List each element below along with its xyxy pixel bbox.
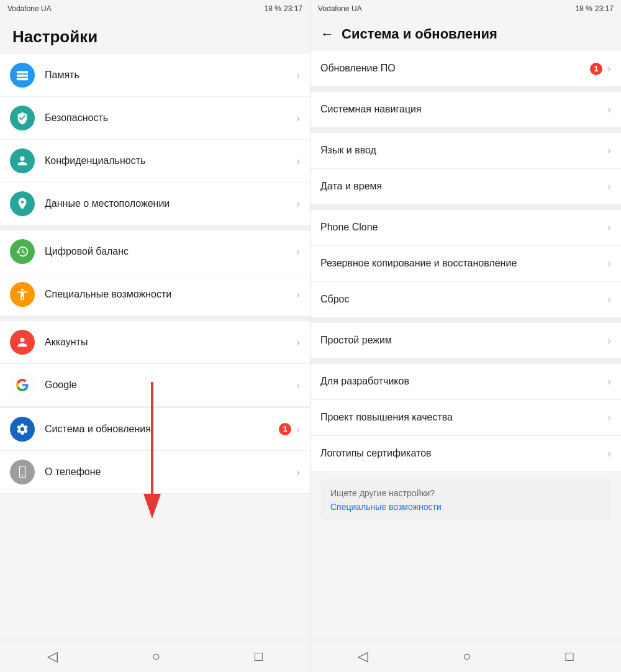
search-hint-link[interactable]: Специальные возможности [330, 502, 601, 512]
right-item-lang[interactable]: Язык и ввод › [310, 133, 621, 169]
divider-r3 [310, 205, 621, 210]
status-bar-right: Vodafone UA 18 % 23:17 [310, 0, 621, 17]
time-right: 23:17 [595, 4, 614, 13]
right-item-nav[interactable]: Системная навигация › [310, 92, 621, 128]
nav-home-right[interactable]: ○ [450, 643, 483, 670]
right-item-simple[interactable]: Простой режим › [310, 323, 621, 359]
simple-chevron: › [607, 334, 611, 347]
certs-chevron: › [607, 447, 611, 460]
settings-item-system[interactable]: Система и обновления 1 › [0, 407, 310, 451]
settings-item-accounts[interactable]: Аккаунты › [0, 321, 310, 364]
right-item-phoneclone[interactable]: Phone Clone › [310, 210, 621, 246]
accessibility-label: Специальные возможности [45, 289, 296, 300]
accounts-icon [10, 330, 35, 355]
system-chevron: › [296, 423, 300, 436]
settings-item-location[interactable]: Данные о местоположении › [0, 183, 310, 225]
settings-list-left: Память › Безопасность › Конфиденциальнос… [0, 54, 310, 640]
system-badge: 1 [279, 423, 291, 435]
developer-chevron: › [607, 375, 611, 388]
battery-right: 18 % [576, 4, 592, 13]
nav-bar-right: ◁ ○ □ [310, 640, 621, 672]
right-item-reset[interactable]: Сброс › [310, 282, 621, 318]
nav-recent-left[interactable]: □ [242, 643, 275, 670]
reset-label: Сброс [320, 293, 607, 306]
backup-label: Резервное копирование и восстановление [320, 257, 607, 270]
svg-rect-0 [17, 71, 28, 74]
about-icon [10, 460, 35, 484]
nav-back-right[interactable]: ◁ [345, 643, 381, 670]
back-button-right[interactable]: ← [320, 26, 334, 42]
about-chevron: › [296, 466, 300, 479]
accounts-label: Аккаунты [45, 337, 296, 348]
divider-2 [0, 316, 310, 321]
memory-icon [10, 63, 35, 88]
google-chevron: › [296, 379, 300, 392]
svg-rect-1 [17, 75, 28, 77]
status-bar-left: Vodafone UA 18 % 23:17 [0, 0, 310, 17]
digital-label: Цифровой баланс [45, 246, 296, 257]
phoneclone-chevron: › [607, 221, 611, 234]
right-panel: Vodafone UA 18 % 23:17 ← Система и обнов… [310, 0, 621, 672]
security-icon [10, 106, 35, 130]
divider-1 [0, 225, 310, 230]
divider-r4 [310, 318, 621, 323]
settings-item-accessibility[interactable]: Специальные возможности › [0, 273, 310, 316]
right-item-datetime[interactable]: Дата и время › [310, 169, 621, 205]
memory-chevron: › [296, 69, 300, 82]
about-label: О телефоне [45, 466, 296, 478]
nav-chevron: › [607, 103, 611, 116]
digital-icon [10, 239, 35, 264]
settings-item-memory[interactable]: Память › [0, 54, 310, 97]
carrier-right: Vodafone UA [318, 4, 362, 13]
update-chevron: › [607, 62, 611, 75]
page-title-left: Настройки [0, 17, 310, 54]
status-right-right: 18 % 23:17 [576, 4, 614, 13]
nav-back-left[interactable]: ◁ [35, 643, 70, 670]
quality-chevron: › [607, 411, 611, 424]
location-chevron: › [296, 198, 300, 211]
google-label: Google [45, 379, 296, 391]
carrier-left: Vodafone UA [7, 4, 52, 13]
right-item-developer[interactable]: Для разработчиков › [310, 364, 621, 400]
right-item-backup[interactable]: Резервное копирование и восстановление › [310, 246, 621, 282]
privacy-label: Конфиденциальность [45, 155, 296, 166]
lang-chevron: › [607, 144, 611, 157]
right-item-certs[interactable]: Логотипы сертификатов › [310, 436, 621, 472]
simple-label: Простой режим [320, 334, 607, 347]
privacy-icon [10, 148, 35, 173]
accounts-chevron: › [296, 336, 300, 349]
right-item-update[interactable]: Обновление ПО 1 › [310, 51, 621, 87]
backup-chevron: › [607, 257, 611, 270]
phoneclone-label: Phone Clone [320, 221, 607, 234]
battery-left: 18 % [265, 4, 281, 13]
status-right-left: 18 % 23:17 [265, 4, 302, 13]
security-label: Безопасность [45, 112, 296, 124]
nav-home-left[interactable]: ○ [140, 643, 173, 670]
page-title-right: Система и обновления [342, 26, 497, 42]
settings-item-privacy[interactable]: Конфиденциальность › [0, 140, 310, 183]
settings-item-google[interactable]: Google › [0, 364, 310, 407]
right-settings-list: Обновление ПО 1 › Системная навигация › … [310, 51, 621, 640]
nav-recent-right[interactable]: □ [553, 643, 586, 670]
settings-item-about[interactable]: О телефоне › [0, 451, 310, 494]
right-item-quality[interactable]: Проект повышения качества › [310, 400, 621, 436]
left-panel: Vodafone UA 18 % 23:17 Настройки Память … [0, 0, 310, 672]
accessibility-icon [10, 282, 35, 307]
system-icon [10, 417, 35, 442]
settings-item-security[interactable]: Безопасность › [0, 97, 310, 140]
developer-label: Для разработчиков [320, 375, 607, 388]
google-icon [10, 373, 35, 397]
search-hint-box: Ищете другие настройки? Специальные возм… [320, 479, 611, 520]
quality-label: Проект повышения качества [320, 411, 607, 424]
divider-r1 [310, 87, 621, 92]
nav-bar-left: ◁ ○ □ [0, 640, 310, 672]
location-label: Данные о местоположении [45, 198, 296, 209]
datetime-label: Дата и время [320, 180, 607, 193]
settings-item-digital[interactable]: Цифровой баланс › [0, 230, 310, 273]
memory-label: Память [45, 70, 296, 81]
svg-rect-2 [17, 78, 28, 81]
search-hint-text: Ищете другие настройки? [330, 488, 601, 498]
nav-label: Системная навигация [320, 103, 607, 116]
reset-chevron: › [607, 293, 611, 306]
divider-r2 [310, 128, 621, 133]
